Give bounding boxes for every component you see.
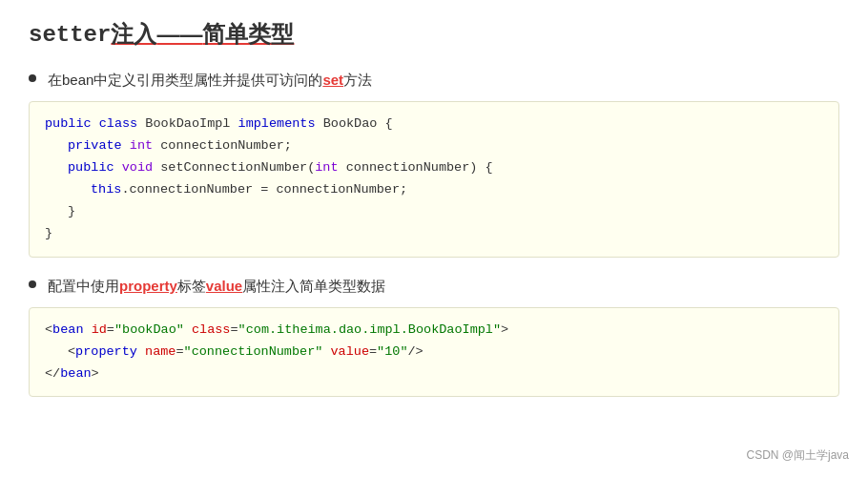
bullet-item-1: 在bean中定义引用类型属性并提供可访问的set方法 <box>29 69 839 92</box>
bullet2-text-before: 配置中使用 <box>48 278 119 294</box>
bullet1-text-after: 方法 <box>343 72 372 88</box>
code-line-1-1: public class BookDaoImpl implements Book… <box>45 114 823 135</box>
code-block-2: <bean id="bookDao" class="com.itheima.da… <box>29 307 839 398</box>
page-title: setter 注入——简单类型 <box>29 19 839 50</box>
code-line-1-5: } <box>45 201 823 223</box>
bullet-section-1: 在bean中定义引用类型属性并提供可访问的set方法 public class … <box>29 69 839 258</box>
code-line-2-2: <property name="connectionNumber" value=… <box>45 342 823 363</box>
bullet-section-2: 配置中使用property标签value属性注入简单类型数据 <bean id=… <box>29 275 839 398</box>
watermark: CSDN @闻土学java <box>746 447 849 464</box>
bullet1-text-before: 在bean中定义引用类型属性并提供可访问的 <box>48 72 322 88</box>
title-chinese: 注入——简单类型 <box>111 19 294 50</box>
code-line-2-3: </bean> <box>45 363 823 385</box>
code-line-1-3: public void setConnectionNumber(int conn… <box>45 157 823 179</box>
code-line-1-4: this.connectionNumber = connectionNumber… <box>45 179 823 201</box>
bullet-dot-1 <box>29 74 36 82</box>
code-block-1: public class BookDaoImpl implements Book… <box>29 101 839 258</box>
bullet2-text-after: 属性注入简单类型数据 <box>242 278 385 294</box>
title-setter: setter <box>29 22 111 48</box>
bullet-text-2: 配置中使用property标签value属性注入简单类型数据 <box>48 275 385 298</box>
bullet2-text-middle: 标签 <box>177 278 206 294</box>
bullet-item-2: 配置中使用property标签value属性注入简单类型数据 <box>29 275 839 298</box>
bullet1-highlight: set <box>322 72 343 88</box>
code-line-1-2: private int connectionNumber; <box>45 135 823 157</box>
code-line-2-1: <bean id="bookDao" class="com.itheima.da… <box>45 320 823 342</box>
code-line-1-6: } <box>45 223 823 245</box>
bullet2-highlight1: property <box>119 278 177 294</box>
bullet-dot-2 <box>29 280 36 288</box>
bullet-text-1: 在bean中定义引用类型属性并提供可访问的set方法 <box>48 69 372 92</box>
bullet2-highlight2: value <box>206 278 242 294</box>
